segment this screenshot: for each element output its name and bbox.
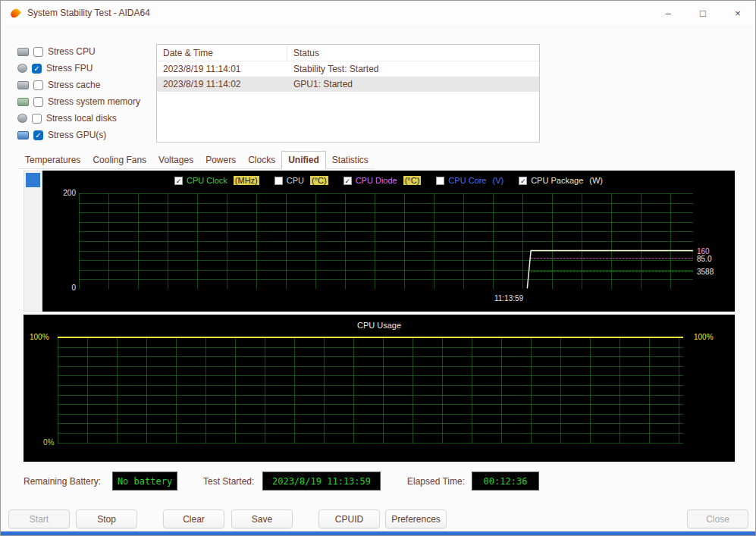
stress-cache-row[interactable]: Stress cache <box>17 77 162 93</box>
stress-fpu-row[interactable]: Stress FPU <box>17 60 162 77</box>
chart-legend: CPU Clock (MHz) CPU (°C) CPU Diode (°C) … <box>42 176 735 185</box>
stress-memory-checkbox[interactable] <box>33 97 43 107</box>
legend-label: CPU Diode <box>356 176 397 185</box>
unified-chart: CPU Clock (MHz) CPU (°C) CPU Diode (°C) … <box>42 171 735 312</box>
log-cell-status: Stability Test: Started <box>287 64 379 74</box>
tab-powers[interactable]: Powers <box>199 152 242 168</box>
stress-cpu-label: Stress CPU <box>48 46 96 57</box>
start-button[interactable]: Start <box>8 509 70 528</box>
battery-value: No battery <box>112 472 177 491</box>
stress-gpu-checkbox[interactable] <box>33 130 43 140</box>
stress-gpu-row[interactable]: Stress GPU(s) <box>17 127 162 143</box>
legend-cpu-package[interactable]: CPU Package (W) <box>519 176 603 185</box>
stress-fpu-checkbox[interactable] <box>32 64 42 74</box>
cpu-usage-title: CPU Usage <box>24 321 735 330</box>
log-header-datetime: Date & Time <box>157 45 287 61</box>
legend-label: CPU Core <box>448 176 486 185</box>
legend-unit: (W) <box>589 176 603 185</box>
log-cell-status: GPU1: Started <box>287 79 353 89</box>
usage-0-left-label: 0% <box>43 438 54 447</box>
log-header: Date & Time Status <box>157 45 539 61</box>
graph-tabs: Temperatures Cooling Fans Voltages Power… <box>19 151 375 169</box>
window-controls: – □ × <box>651 1 755 25</box>
test-started-value: 2023/8/19 11:13:59 <box>262 472 381 491</box>
close-window-button[interactable]: × <box>720 1 755 25</box>
cpu-usage-plot-svg <box>58 337 683 444</box>
cache-icon <box>17 81 29 89</box>
log-cell-datetime: 2023/8/19 11:14:02 <box>157 77 287 92</box>
chart-scrollbar[interactable] <box>24 171 42 312</box>
battery-label: Remaining Battery: <box>24 476 101 487</box>
memory-icon <box>17 98 29 106</box>
disk-icon <box>17 114 27 123</box>
stop-button[interactable]: Stop <box>76 509 137 528</box>
save-button[interactable]: Save <box>231 509 293 528</box>
preferences-button[interactable]: Preferences <box>385 509 447 528</box>
cpu-icon <box>17 48 29 56</box>
aida64-flame-icon <box>9 7 21 19</box>
legend-unit: (°C) <box>403 176 422 185</box>
legend-label: CPU Clock <box>187 176 227 185</box>
test-started-label: Test Started: <box>203 476 254 487</box>
legend-checkbox-cpu-clock[interactable] <box>174 177 183 185</box>
stress-disks-checkbox[interactable] <box>32 114 42 124</box>
tab-temperatures[interactable]: Temperatures <box>19 152 86 168</box>
legend-checkbox-cpu-package[interactable] <box>519 177 527 185</box>
legend-unit: (°C) <box>310 176 328 185</box>
y-axis-max-label: 200 <box>47 189 76 197</box>
legend-checkbox-cpu[interactable] <box>274 177 283 185</box>
legend-label: CPU Package <box>531 176 583 185</box>
elapsed-time-label: Elapsed Time: <box>407 476 465 487</box>
cpu-usage-chart: CPU Usage 100% 0% 100% <box>24 315 735 462</box>
fpu-icon <box>17 64 27 73</box>
usage-100-left-label: 100% <box>30 333 49 341</box>
legend-checkbox-cpu-core[interactable] <box>436 177 444 185</box>
legend-cpu-core[interactable]: CPU Core (V) <box>436 176 503 185</box>
stress-fpu-label: Stress FPU <box>46 63 93 74</box>
window-accent-border <box>1 531 755 535</box>
stress-disks-label: Stress local disks <box>46 113 117 124</box>
log-header-status: Status <box>287 48 319 58</box>
minimize-button[interactable]: – <box>651 1 685 25</box>
gpu-icon <box>17 131 29 139</box>
stress-disks-row[interactable]: Stress local disks <box>17 110 162 127</box>
unified-plot-svg <box>79 193 693 289</box>
legend-cpu-clock[interactable]: CPU Clock (MHz) <box>174 176 259 185</box>
stress-cpu-checkbox[interactable] <box>33 47 43 57</box>
legend-label: CPU <box>287 176 304 185</box>
titlebar[interactable]: System Stability Test - AIDA64 – □ × <box>1 1 755 25</box>
legend-cpu[interactable]: CPU (°C) <box>274 176 328 185</box>
stress-cache-checkbox[interactable] <box>33 80 43 90</box>
time-tick-label: 11:13:59 <box>494 294 523 302</box>
stress-memory-label: Stress system memory <box>48 96 140 107</box>
unified-chart-row: CPU Clock (MHz) CPU (°C) CPU Diode (°C) … <box>24 171 735 312</box>
window-title: System Stability Test - AIDA64 <box>27 8 150 18</box>
cpu-usage-plot-area <box>58 337 683 444</box>
tab-voltages[interactable]: Voltages <box>152 152 199 168</box>
close-button[interactable]: Close <box>687 509 748 528</box>
cpuid-button[interactable]: CPUID <box>318 509 380 528</box>
legend-checkbox-cpu-diode[interactable] <box>343 177 352 185</box>
stress-memory-row[interactable]: Stress system memory <box>17 93 162 110</box>
stress-gpu-label: Stress GPU(s) <box>48 130 106 140</box>
event-log: Date & Time Status 2023/8/19 11:14:01 St… <box>156 44 540 143</box>
stress-cache-label: Stress cache <box>48 80 100 90</box>
stress-options-panel: Stress CPU Stress FPU Stress cache Stres… <box>17 43 162 143</box>
legend-cpu-diode[interactable]: CPU Diode (°C) <box>343 176 422 185</box>
unified-plot-area: 11:13:59 <box>79 193 693 289</box>
tab-clocks[interactable]: Clocks <box>242 152 281 168</box>
log-row[interactable]: 2023/8/19 11:14:01 Stability Test: Start… <box>157 61 539 77</box>
series-value-labels: 16085.03588 <box>695 193 748 289</box>
clear-button[interactable]: Clear <box>163 509 224 528</box>
log-row[interactable]: 2023/8/19 11:14:02 GPU1: Started <box>157 77 539 92</box>
maximize-button[interactable]: □ <box>685 1 720 25</box>
tab-cooling-fans[interactable]: Cooling Fans <box>86 152 152 168</box>
legend-unit: (MHz) <box>234 176 259 185</box>
elapsed-time-value: 00:12:36 <box>472 472 539 491</box>
stress-cpu-row[interactable]: Stress CPU <box>17 43 162 60</box>
tab-statistics[interactable]: Statistics <box>326 152 375 168</box>
log-cell-datetime: 2023/8/19 11:14:01 <box>157 61 287 77</box>
tab-unified[interactable]: Unified <box>281 151 326 169</box>
legend-unit: (V) <box>492 176 503 185</box>
scrollbar-thumb[interactable] <box>26 173 40 187</box>
